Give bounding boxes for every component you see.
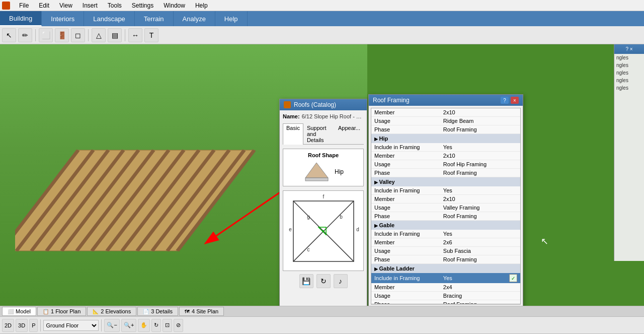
table-row: Usage Roof Hip Framing [371,160,520,169]
panel-item-1: ngles [614,54,644,61]
row-value: 2x10 [440,108,506,117]
app-icon [2,2,10,10]
tab-building[interactable]: Building [0,11,42,26]
stair-btn[interactable]: ▤ [108,28,122,42]
secondary-toolbar: 2D 3D P Ground Floor 🔍− 🔍+ ✋ ↻ ⊡ ⊘ [0,317,644,334]
catalog-body: Name: 6/12 Slope Hip Roof - Shing... Bas… [280,110,367,291]
table-row: Phase Roof Framing [371,255,520,264]
view-2d-btn[interactable]: 2D [2,319,14,332]
tab-landscape[interactable]: Landscape [84,11,135,26]
tab-elevations[interactable]: 📐 2 Elevations [87,307,136,316]
select-btn[interactable]: ↖ [2,28,16,42]
svg-text:g: g [307,214,310,220]
zoom-out-btn[interactable]: 🔍− [104,319,119,332]
section-btn[interactable]: ⊘ [174,319,183,332]
diagram-box: f b d g e c [283,190,364,271]
tab-site-plan[interactable]: 🗺 4 Site Plan [179,307,224,316]
tab-help[interactable]: Help [215,11,248,26]
framing-scroll-area[interactable]: Member 2x10 Usage Ridge Beam Phase Roof … [371,108,521,304]
row-label: Member [371,195,440,204]
tab-basic[interactable]: Basic [283,123,303,145]
row-label: Include in Framing [371,230,440,238]
catalog-refresh-btn[interactable]: ↻ [316,274,331,288]
roof-btn[interactable]: △ [92,28,106,42]
roof-framing-title-bar[interactable]: Roof Framing ? × [369,95,523,106]
details-icon: 📄 [143,309,149,314]
fit-btn[interactable]: ⊡ [163,319,172,332]
menu-tools[interactable]: Tools [105,1,125,10]
roof-type-label: Hip [335,168,344,175]
tab-site-plan-label: 4 Site Plan [192,308,218,314]
door-btn[interactable]: 🚪 [55,28,69,42]
menu-file[interactable]: File [16,1,32,10]
window-btn[interactable]: ◻ [71,28,85,42]
svg-text:f: f [323,194,325,199]
section-valley[interactable]: Valley [371,177,520,187]
section-label: Hip [371,134,520,144]
menu-settings[interactable]: Settings [129,1,156,10]
catalog-audio-btn[interactable]: ♪ [334,274,348,288]
sep1 [35,29,36,41]
menu-help[interactable]: Help [192,1,211,10]
roofs-catalog-dialog: Roofs (Catalog) Name: 6/12 Slope Hip Roo… [279,99,367,306]
row-value: 2x4 [440,283,506,292]
table-row-highlighted[interactable]: Include in Framing Yes ✓ [371,273,520,283]
row-value: 2x10 [440,195,506,204]
wall-btn[interactable]: ⬜ [39,28,53,42]
catalog-save-btn[interactable]: 💾 [299,274,313,288]
right-panel: ? × ngles ngles ngles ngles ngles [614,44,644,261]
menu-insert[interactable]: Insert [79,1,101,10]
row-value: Roof Framing [440,125,506,134]
catalog-tabs: Basic Support and Details Appear... [283,123,364,145]
panel-item-5: ngles [614,84,644,92]
row-value: 2x10 [440,152,506,160]
diagram-svg: f b d g e c [283,191,364,271]
section-hip[interactable]: Hip [371,134,520,144]
cursor: ↖ [541,236,548,247]
row-label: Usage [371,204,440,212]
main-area: ↖ Roofs (Catalog) Name: 6/12 Slope Hip R… [0,44,644,306]
panel-item-4: ngles [614,77,644,84]
tab-terrain[interactable]: Terrain [135,11,174,26]
tab-details[interactable]: 📄 3 Details [137,307,178,316]
table-row: Usage Valley Framing [371,204,520,212]
checkbox[interactable]: ✓ [509,274,517,282]
section-gable-ladder[interactable]: Gable Ladder [371,264,520,274]
menu-view[interactable]: View [56,1,75,10]
tab-appear[interactable]: Appear... [335,123,364,144]
table-row: Include in Framing Yes [371,143,520,152]
section-label: Valley [371,177,520,187]
view-perspective-btn[interactable]: P [29,319,38,332]
roof-framing-dialog: Roof Framing ? × Member 2x10 [368,94,523,306]
roof-shape-icon [303,160,331,183]
section-gable[interactable]: Gable [371,221,520,230]
menu-edit[interactable]: Edit [36,1,52,10]
panel-item-3: ngles [614,69,644,77]
rotate-btn[interactable]: ↻ [151,319,161,332]
tab-floor-plan[interactable]: 📋 1 Floor Plan [37,307,86,316]
tab-model[interactable]: ⬜ Model [2,307,36,316]
tab-support[interactable]: Support and Details [303,123,335,144]
dimension-btn[interactable]: ↔ [128,28,142,42]
menu-window[interactable]: Window [160,1,188,10]
svg-text:b: b [340,214,343,220]
table-row: Member 2x6 [371,238,520,247]
text-btn[interactable]: T [144,28,158,42]
zoom-in-btn[interactable]: 🔍+ [121,319,136,332]
floor-select[interactable]: Ground Floor [43,320,99,331]
view-3d-btn[interactable]: 3D [16,319,28,332]
tab-interiors[interactable]: Interiors [42,11,84,26]
name-row: Name: 6/12 Slope Hip Roof - Shing... [283,113,364,119]
row-value: Yes [440,143,506,152]
tab-analyze[interactable]: Analyze [174,11,215,26]
bottom-tabs: ⬜ Model 📋 1 Floor Plan 📐 2 Elevations 📄 … [0,306,644,317]
table-row: Member 2x10 [371,152,520,160]
table-row: Phase Roof Framing [371,300,520,305]
roofs-catalog-title-bar[interactable]: Roofs (Catalog) [280,99,367,110]
pan-btn[interactable]: ✋ [138,319,150,332]
help-btn[interactable]: ? [501,97,509,104]
svg-text:d: d [356,227,359,232]
close-btn[interactable]: × [511,97,519,104]
draw-btn[interactable]: ✏ [18,28,32,42]
row-label: Phase [371,300,440,305]
